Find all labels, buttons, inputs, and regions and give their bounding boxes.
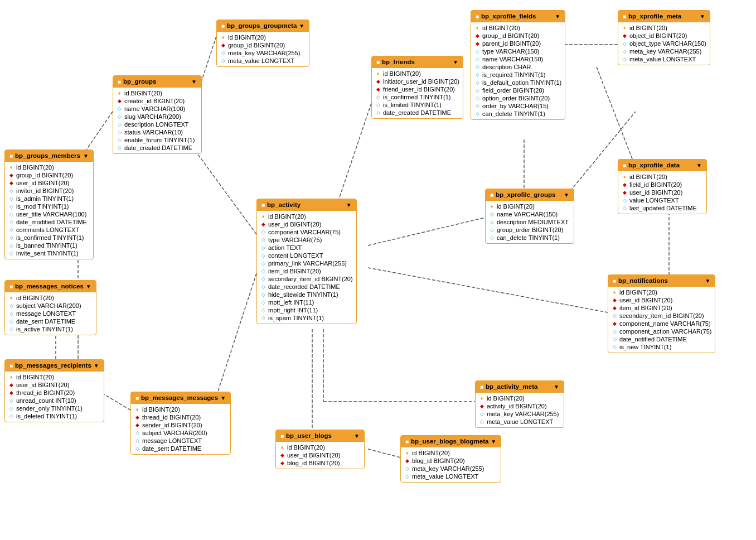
key-icon: ♦: [220, 35, 226, 40]
diamond-icon: ◇: [220, 58, 226, 64]
field-text: user_id BIGINT(20): [287, 452, 340, 459]
field-row: ◇is_confirmed TINYINT(1): [372, 93, 463, 101]
field-row: ◇is_active TINYINT(1): [5, 325, 96, 333]
table-icon-bp_xprofile_groups: ■: [490, 192, 493, 198]
diamond-icon: ◇: [117, 137, 122, 143]
table-body-bp_xprofile_groups: ♦id BIGINT(20)◇name VARCHAR(150)◇descrip…: [486, 201, 574, 243]
field-row: ◇can_delete TINYINT(1): [486, 234, 574, 242]
diamond-icon: ◇: [375, 94, 381, 100]
field-text: thread_id BIGINT(20): [16, 389, 75, 396]
field-text: id BIGINT(20): [482, 25, 520, 31]
field-row: ◆creator_id BIGINT(20): [113, 97, 201, 105]
table-arrow-bp_friends: ▼: [453, 59, 458, 65]
field-row: ◇meta_key VARCHAR(255): [476, 410, 564, 418]
field-text: option_order BIGINT(20): [482, 95, 550, 102]
table-icon-bp_user_blogs_blogmeta: ■: [405, 438, 409, 445]
field-row: ◇mptt_right INT(11): [257, 306, 356, 314]
field-text: can_delete TINYINT(1): [482, 110, 545, 117]
field-text: last_updated DATETIME: [629, 205, 697, 211]
field-row: ◆initiator_user_id BIGINT(20): [372, 78, 463, 85]
field-text: group_order BIGINT(20): [497, 226, 563, 233]
table-icon-bp_xprofile_data: ■: [623, 162, 626, 168]
diamond-icon: ◇: [260, 261, 266, 266]
field-row: ◆field_id BIGINT(20): [618, 181, 706, 189]
field-text: is_confirmed TINYINT(1): [16, 234, 84, 241]
field-row: ◆user_id BIGINT(20): [5, 381, 104, 389]
key-icon: ♦: [474, 25, 480, 31]
field-text: subject VARCHAR(200): [142, 430, 207, 436]
table-header-bp_groups_members: ■bp_groups_members▼: [5, 150, 93, 162]
field-row: ◇type VARCHAR(150): [471, 47, 565, 55]
field-row: ◇is_spam TINYINT(1): [257, 314, 356, 322]
field-row: ◇meta_value LONGTEXT: [476, 418, 564, 426]
table-label-bp_xprofile_data: bp_xprofile_data: [628, 162, 680, 168]
diamond-icon: ◇: [117, 106, 122, 112]
field-text: thread_id BIGINT(20): [142, 414, 201, 421]
fk-icon: ◆: [612, 305, 617, 311]
field-text: sender_id BIGINT(20): [142, 422, 202, 428]
field-row: ♦id BIGINT(20): [476, 394, 564, 402]
table-arrow-bp_groups: ▼: [191, 79, 197, 85]
field-text: date_sent DATETIME: [16, 318, 75, 325]
field-row: ◆user_id BIGINT(20): [257, 220, 356, 228]
field-text: order_by VARCHAR(15): [482, 103, 549, 109]
field-row: ♦id BIGINT(20): [217, 33, 309, 41]
field-text: id BIGINT(20): [142, 406, 180, 413]
field-text: type VARCHAR(150): [482, 48, 540, 55]
field-text: parent_id BIGINT(20): [482, 40, 541, 47]
table-body-bp_groups_members: ♦id BIGINT(20)◆group_id BIGINT(20)◆user_…: [5, 162, 93, 259]
diamond-icon: ◇: [8, 319, 14, 324]
key-icon: ♦: [8, 295, 14, 301]
table-body-bp_activity: ♦id BIGINT(20)◆user_id BIGINT(20)◇compon…: [257, 211, 356, 324]
table-header-bp_messages_recipients: ■bp_messages_recipients▼: [5, 360, 104, 372]
field-row: ♦id BIGINT(20): [5, 373, 104, 381]
field-row: ◇date_recorded DATETIME: [257, 283, 356, 291]
table-bp_groups_members: ■bp_groups_members▼♦id BIGINT(20)◆group_…: [4, 150, 94, 259]
field-row: ◇enable_forum TINYINT(1): [113, 136, 201, 144]
field-row: ◇description MEDIUMTEXT: [486, 218, 574, 226]
table-body-bp_xprofile_data: ♦id BIGINT(20)◆field_id BIGINT(20)◆user_…: [618, 171, 706, 214]
table-body-bp_xprofile_meta: ♦id BIGINT(20)◆object_id BIGINT(20)◇obje…: [618, 22, 710, 65]
field-text: object_id BIGINT(20): [629, 32, 687, 39]
diamond-icon: ◇: [474, 95, 480, 101]
field-row: ◇name VARCHAR(100): [113, 105, 201, 113]
field-text: is_deleted TINYINT(1): [16, 413, 77, 420]
table-header-bp_user_blogs_blogmeta: ■bp_user_blogs_blogmeta▼: [401, 436, 501, 447]
table-label-bp_xprofile_meta: bp_xprofile_meta: [628, 13, 681, 20]
field-text: item_id BIGINT(20): [268, 268, 321, 274]
diamond-icon: ◇: [612, 336, 617, 342]
svg-line-8: [597, 67, 636, 167]
field-row: ◇message LONGTEXT: [5, 310, 96, 317]
svg-line-3: [195, 151, 256, 234]
fk-icon: ◆: [134, 414, 140, 420]
field-text: mptt_right INT(11): [268, 307, 318, 314]
svg-line-15: [212, 273, 256, 410]
field-text: user_id BIGINT(20): [619, 297, 672, 303]
field-row: ◇option_order BIGINT(20): [471, 94, 565, 102]
table-bp_xprofile_meta: ■bp_xprofile_meta▼♦id BIGINT(20)◆object_…: [618, 10, 710, 65]
field-row: ♦id BIGINT(20): [5, 163, 93, 171]
diamond-icon: ◇: [8, 250, 14, 256]
table-label-bp_activity_meta: bp_activity_meta: [486, 383, 537, 390]
diamond-icon: ◇: [8, 204, 14, 209]
diamond-icon: ◇: [474, 80, 480, 85]
field-row: ♦id BIGINT(20): [401, 449, 501, 457]
diamond-icon: ◇: [260, 292, 266, 297]
table-header-bp_xprofile_groups: ■bp_xprofile_groups▼: [486, 189, 574, 201]
field-text: user_id BIGINT(20): [16, 382, 69, 388]
field-row: ◇secondary_item_id BIGINT(20): [257, 275, 356, 283]
field-row: ◇date_sent DATETIME: [131, 445, 230, 452]
field-text: id BIGINT(20): [383, 70, 421, 77]
diamond-icon: ◇: [134, 438, 140, 443]
table-body-bp_friends: ♦id BIGINT(20)◆initiator_user_id BIGINT(…: [372, 68, 463, 118]
field-text: id BIGINT(20): [412, 450, 450, 456]
table-icon-bp_xprofile_fields: ■: [476, 13, 479, 20]
field-text: description MEDIUMTEXT: [497, 219, 569, 225]
table-arrow-bp_xprofile_data: ▼: [696, 162, 702, 168]
key-icon: ♦: [279, 445, 285, 450]
field-text: user_id BIGINT(20): [268, 221, 321, 228]
field-text: group_id BIGINT(20): [482, 32, 539, 39]
table-header-bp_activity: ■bp_activity▼: [257, 199, 356, 211]
diamond-icon: ◇: [8, 243, 14, 248]
field-row: ◇item_id BIGINT(20): [257, 267, 356, 275]
